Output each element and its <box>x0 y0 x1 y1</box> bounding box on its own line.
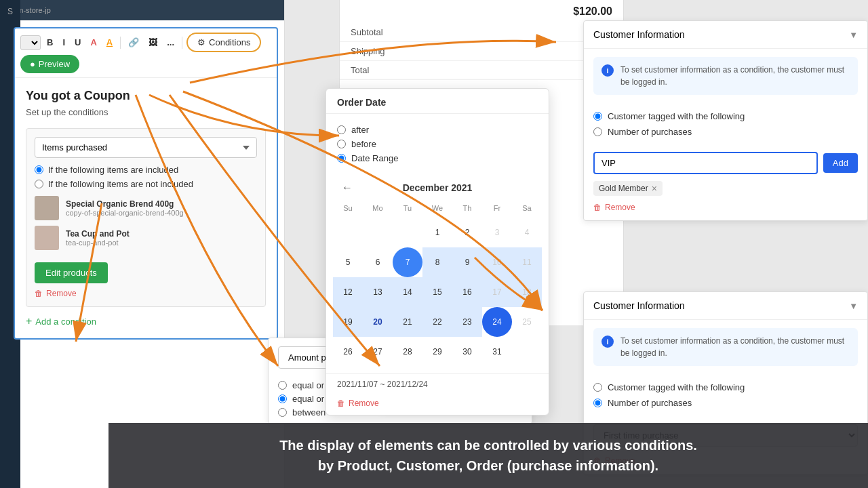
remove-label: Remove <box>46 289 77 298</box>
cal-day-16[interactable]: 16 <box>452 277 482 307</box>
ci-header-top: Customer Information ▼ <box>584 21 867 49</box>
cal-day-27[interactable]: 27 <box>363 337 393 367</box>
ci-option2-label-bottom: Number of purchases <box>608 398 692 408</box>
bold-btn[interactable]: B <box>43 35 56 49</box>
calendar-remove-button[interactable]: 🗑 Remove <box>326 394 390 415</box>
info-icon-bottom: i <box>601 336 614 348</box>
cal-day-17[interactable]: 17 <box>482 277 512 307</box>
include-radio-item[interactable]: If the following items are included <box>35 165 257 175</box>
ci-radio2-top[interactable] <box>593 127 602 136</box>
cal-day-15[interactable]: 15 <box>422 277 452 307</box>
cal-day-11[interactable]: 11 <box>512 247 542 277</box>
cal-day-24[interactable]: 24 <box>482 307 512 337</box>
prev-month-btn[interactable]: ← <box>337 180 357 196</box>
color-btn[interactable]: A <box>87 35 100 49</box>
after-label: after <box>351 125 369 135</box>
product-item-2: Tea Cup and Pot tea-cup-and-pot <box>35 226 257 250</box>
customer-info-panel-top: Customer Information ▼ i To set customer… <box>583 20 868 221</box>
cal-day-2[interactable]: 2 <box>452 218 482 247</box>
amount-less-radio[interactable] <box>278 381 287 390</box>
cal-day-23[interactable]: 23 <box>452 307 482 337</box>
product-list: Special Organic Brend 400g copy-of-speci… <box>35 196 257 250</box>
cal-empty-3 <box>393 218 422 247</box>
italic-btn[interactable]: I <box>59 35 68 49</box>
date-range-display: 2021/11/07 ~ 2021/12/24 <box>326 373 549 394</box>
divider-2 <box>182 37 182 49</box>
date-range-radio[interactable] <box>337 154 346 163</box>
ci-radio1-top[interactable] <box>593 112 602 121</box>
cal-day-25[interactable]: 25 <box>512 307 542 337</box>
ci-option2-top[interactable]: Number of purchases <box>593 127 858 137</box>
cal-day-3[interactable]: 3 <box>482 218 512 247</box>
cal-day-19[interactable]: 19 <box>333 307 363 337</box>
amount-greater-radio[interactable] <box>278 394 287 403</box>
conditions-button[interactable]: ⚙ Conditions <box>186 33 261 52</box>
edit-products-button[interactable]: Edit products <box>35 262 108 283</box>
underline-btn[interactable]: U <box>71 35 84 49</box>
cal-day-21[interactable]: 21 <box>393 307 422 337</box>
cal-day-29[interactable]: 29 <box>422 337 452 367</box>
cal-day-4[interactable]: 4 <box>512 218 542 247</box>
before-option[interactable]: before <box>337 139 538 149</box>
vip-input-field[interactable] <box>593 152 818 174</box>
day-header-sa: Sa <box>512 201 542 215</box>
highlight-btn[interactable]: A <box>103 35 116 49</box>
product-thumb-1 <box>35 196 59 220</box>
cal-day-8[interactable]: 8 <box>422 247 452 277</box>
image-btn[interactable]: 🖼 <box>145 35 161 49</box>
chevron-down-icon-bottom: ▼ <box>849 301 858 311</box>
cal-day-26[interactable]: 26 <box>333 337 363 367</box>
subtotal-row: Subtotal$ <box>340 23 623 42</box>
date-range-option[interactable]: Date Range <box>337 153 538 163</box>
cal-day-6[interactable]: 6 <box>363 247 393 277</box>
include-radio[interactable] <box>35 165 43 174</box>
trash-icon-ci-top: 🗑 <box>593 203 601 212</box>
before-label: before <box>351 139 376 149</box>
cal-day-10[interactable]: 10 <box>482 247 512 277</box>
plus-icon: + <box>26 315 32 327</box>
trash-icon-cal: 🗑 <box>337 399 345 408</box>
caption-bar: The display of elements can be controlle… <box>108 423 868 488</box>
cal-day-13[interactable]: 13 <box>363 277 393 307</box>
cal-day-18[interactable]: 18 <box>512 277 542 307</box>
sidebar-icon-1[interactable]: S <box>0 1 20 22</box>
cal-day-12[interactable]: 12 <box>333 277 363 307</box>
before-radio[interactable] <box>337 140 346 148</box>
cal-day-31[interactable]: 31 <box>482 337 512 367</box>
product-name-1: Special Organic Brend 400g <box>66 199 184 209</box>
divider-1 <box>120 37 121 49</box>
ci-remove-button-top[interactable]: 🗑 Remove <box>584 199 645 220</box>
exclude-radio-item[interactable]: If the following items are not included <box>35 179 257 189</box>
cal-day-9[interactable]: 9 <box>452 247 482 277</box>
cal-day-14[interactable]: 14 <box>393 277 422 307</box>
ci-option1-bottom[interactable]: Customer tagged with the following <box>593 382 858 392</box>
remove-condition-button[interactable]: 🗑 Remove <box>35 289 77 298</box>
ci-radio2-bottom[interactable] <box>593 399 602 407</box>
after-radio[interactable] <box>337 125 346 134</box>
product-thumb-2 <box>35 226 59 250</box>
add-condition-button[interactable]: + Add a condition <box>26 315 96 327</box>
more-btn[interactable]: ... <box>163 35 178 49</box>
ci-option2-bottom[interactable]: Number of purchases <box>593 398 858 408</box>
cal-day-1[interactable]: 1 <box>422 218 452 247</box>
preview-button[interactable]: ● Preview <box>20 55 79 73</box>
cal-day-28[interactable]: 28 <box>393 337 422 367</box>
tag-remove-btn[interactable]: × <box>652 183 657 194</box>
cal-day-20[interactable]: 20 <box>363 307 393 337</box>
exclude-radio[interactable] <box>35 180 43 188</box>
link-btn[interactable]: 🔗 <box>125 35 142 49</box>
amount-between-label: between <box>292 407 326 418</box>
after-option[interactable]: after <box>337 125 538 135</box>
cal-day-30[interactable]: 30 <box>452 337 482 367</box>
cal-day-22[interactable]: 22 <box>422 307 452 337</box>
condition-type-dropdown[interactable]: Items purchased Amount purchased Number … <box>35 137 257 158</box>
ci-info-box-bottom: i To set customer information as a condi… <box>593 328 858 366</box>
cal-day-5[interactable]: 5 <box>333 247 363 277</box>
amount-between-radio[interactable] <box>278 408 287 417</box>
ci-option1-top[interactable]: Customer tagged with the following <box>593 111 858 121</box>
ci-radio1-bottom[interactable] <box>593 383 602 392</box>
gold-member-tag: Gold Member × <box>593 181 663 196</box>
cal-day-7[interactable]: 7 <box>393 247 422 277</box>
add-tag-button[interactable]: Add <box>823 153 858 173</box>
format-select[interactable] <box>20 35 41 50</box>
